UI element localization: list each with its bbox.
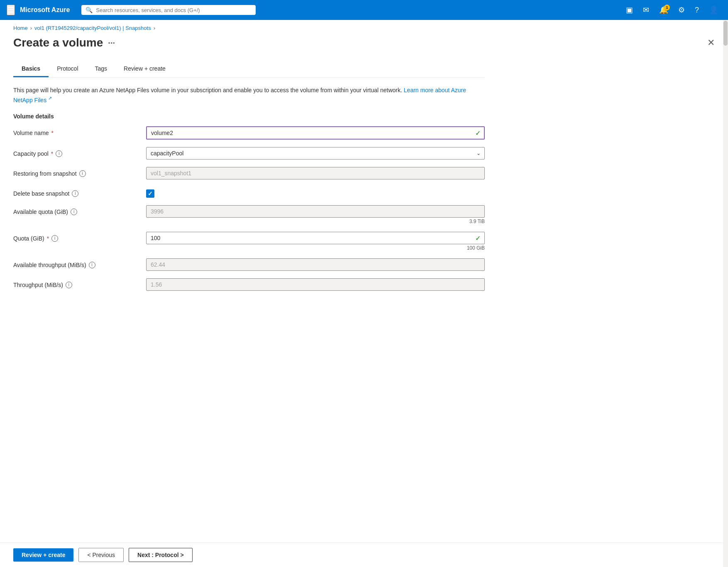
settings-icon[interactable]: ⚙: [675, 4, 688, 16]
top-navigation: ☰ Microsoft Azure 🔍 ▣ ✉ 🔔 1 ⚙ ? 👤: [0, 0, 728, 20]
available-quota-hint: 3.9 TiB: [146, 218, 485, 224]
volume-name-row: Volume name * ✓: [13, 126, 485, 140]
scrollbar-track[interactable]: [723, 20, 728, 331]
tabs: Basics Protocol Tags Review + create: [13, 61, 485, 78]
quota-row: Quota (GiB) * i ✓ 100 GiB: [13, 232, 485, 251]
quota-control: ✓ 100 GiB: [146, 232, 485, 251]
restoring-snapshot-label: Restoring from snapshot i: [13, 167, 146, 177]
help-icon[interactable]: ?: [691, 4, 702, 16]
restoring-snapshot-control: [146, 167, 485, 179]
notifications-icon[interactable]: 🔔 1: [656, 4, 672, 16]
throughput-control: [146, 278, 485, 291]
page-title: Create a volume ···: [13, 36, 115, 49]
tab-basics[interactable]: Basics: [13, 61, 49, 77]
volume-name-required: *: [51, 130, 54, 136]
available-throughput-info-icon[interactable]: i: [89, 262, 95, 268]
available-throughput-control: [146, 258, 485, 271]
delete-snapshot-checkbox[interactable]: ✓: [146, 189, 154, 198]
breadcrumb: Home › vol1 (RT1945292/capacityPool/vol1…: [0, 20, 728, 33]
external-link-icon: ↗: [48, 96, 52, 101]
breadcrumb-volume[interactable]: vol1 (RT1945292/capacityPool/vol1) | Sna…: [34, 25, 151, 31]
delete-snapshot-label: Delete base snapshot i: [13, 187, 146, 197]
search-input[interactable]: [96, 7, 252, 13]
search-icon: 🔍: [86, 7, 93, 13]
restoring-snapshot-input: [146, 167, 485, 179]
app-title: Microsoft Azure: [20, 6, 70, 14]
nav-icons: ▣ ✉ 🔔 1 ⚙ ? 👤: [623, 4, 721, 16]
volume-name-check-icon: ✓: [475, 129, 481, 137]
volume-details-title: Volume details: [13, 113, 485, 120]
quota-check-icon: ✓: [475, 234, 481, 242]
quota-input[interactable]: [146, 232, 485, 244]
available-quota-row: Available quota (GiB) i 3.9 TiB: [13, 205, 485, 224]
available-quota-input: [146, 205, 485, 218]
tab-tags[interactable]: Tags: [87, 61, 116, 77]
capacity-pool-select-wrap: capacityPool ⌄: [146, 147, 485, 160]
feedback-icon[interactable]: ✉: [640, 4, 652, 16]
throughput-info-icon[interactable]: i: [66, 282, 72, 288]
breadcrumb-home[interactable]: Home: [13, 25, 28, 31]
delete-snapshot-info-icon[interactable]: i: [72, 190, 78, 197]
volume-name-label: Volume name *: [13, 126, 146, 136]
volume-name-control: ✓: [146, 126, 485, 140]
delete-snapshot-control: ✓: [146, 187, 485, 198]
delete-snapshot-checkbox-wrap: ✓: [146, 187, 485, 198]
capacity-pool-row: Capacity pool * i capacityPool ⌄: [13, 147, 485, 160]
capacity-pool-control: capacityPool ⌄: [146, 147, 485, 160]
available-throughput-label: Available throughput (MiB/s) i: [13, 258, 146, 268]
cloud-shell-icon[interactable]: ▣: [623, 4, 636, 16]
restoring-snapshot-row: Restoring from snapshot i: [13, 167, 485, 179]
capacity-pool-select[interactable]: capacityPool: [146, 147, 485, 160]
page-header: Create a volume ··· ✕: [0, 33, 728, 49]
throughput-input: [146, 278, 485, 291]
capacity-pool-info-icon[interactable]: i: [56, 150, 62, 157]
main-content: Basics Protocol Tags Review + create Thi…: [0, 49, 498, 331]
breadcrumb-sep-2: ›: [154, 25, 155, 31]
quota-input-wrap: ✓: [146, 232, 485, 244]
quota-label: Quota (GiB) * i: [13, 232, 146, 242]
page-description: This page will help you create an Azure …: [13, 86, 485, 105]
scrollbar-thumb[interactable]: [723, 21, 728, 46]
volume-name-input[interactable]: [146, 126, 485, 140]
notification-badge: 1: [664, 5, 670, 10]
quota-required: *: [47, 235, 49, 242]
search-bar[interactable]: 🔍: [81, 5, 256, 15]
available-throughput-input: [146, 258, 485, 271]
quota-info-icon[interactable]: i: [51, 235, 58, 242]
capacity-pool-label: Capacity pool * i: [13, 147, 146, 157]
throughput-label: Throughput (MiB/s) i: [13, 278, 146, 288]
available-throughput-row: Available throughput (MiB/s) i: [13, 258, 485, 271]
available-quota-info-icon[interactable]: i: [71, 209, 77, 215]
close-button[interactable]: ✕: [707, 37, 715, 48]
volume-name-input-wrap: ✓: [146, 126, 485, 140]
delete-snapshot-row: Delete base snapshot i ✓: [13, 187, 485, 198]
tab-review-create[interactable]: Review + create: [115, 61, 174, 77]
account-icon[interactable]: 👤: [706, 4, 721, 16]
hamburger-menu[interactable]: ☰: [7, 5, 15, 15]
capacity-pool-required: *: [51, 150, 53, 157]
tab-protocol[interactable]: Protocol: [49, 61, 86, 77]
restoring-snapshot-info-icon[interactable]: i: [79, 170, 86, 177]
checkbox-check-icon: ✓: [148, 190, 153, 197]
available-quota-label: Available quota (GiB) i: [13, 205, 146, 215]
page-more-options[interactable]: ···: [108, 38, 115, 48]
throughput-row: Throughput (MiB/s) i: [13, 278, 485, 291]
available-quota-control: 3.9 TiB: [146, 205, 485, 224]
breadcrumb-sep-1: ›: [30, 25, 32, 31]
quota-hint: 100 GiB: [146, 245, 485, 251]
